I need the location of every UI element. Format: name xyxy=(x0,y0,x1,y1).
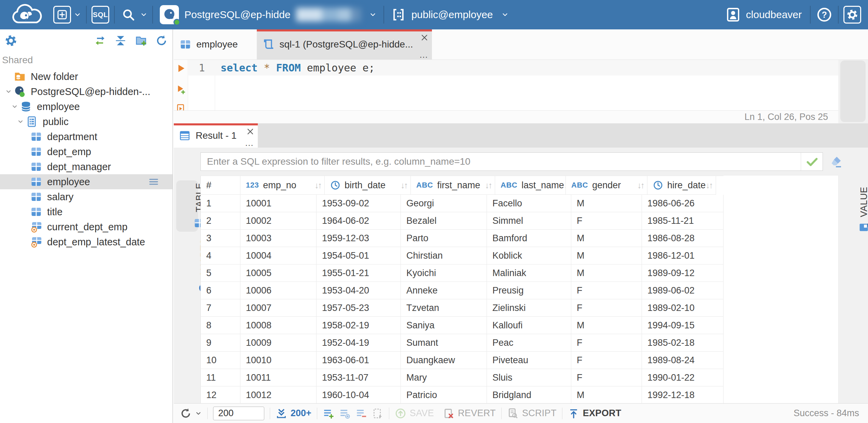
tree-item[interactable]: employee xyxy=(0,99,172,114)
tree-item[interactable]: title xyxy=(0,204,172,219)
cell-gender[interactable]: M xyxy=(571,230,642,247)
schema-selector[interactable]: public@employee xyxy=(389,7,511,22)
execute-query-button[interactable] xyxy=(176,63,186,73)
tab-table-view[interactable]: TABLE xyxy=(176,180,198,232)
cell-first-name[interactable]: Chirstian xyxy=(401,247,487,264)
sort-icon[interactable]: ↓↑ xyxy=(401,180,407,190)
cell-last-name[interactable]: Simmel xyxy=(487,212,571,230)
row-number-cell[interactable]: 6 xyxy=(201,282,240,299)
cell-birth-date[interactable]: 1953-04-20 xyxy=(317,282,401,299)
refresh-results-button[interactable] xyxy=(180,408,202,419)
cell-birth-date[interactable]: 1955-01-21 xyxy=(317,264,401,282)
cell-hire-date[interactable]: 1989-08-24 xyxy=(642,352,724,369)
row-number-cell[interactable]: 8 xyxy=(201,317,240,334)
sql-editor-button[interactable]: SQL xyxy=(92,6,109,24)
row-number-header[interactable]: # xyxy=(201,176,240,195)
cell-gender[interactable]: F xyxy=(571,334,642,352)
apply-filter-button[interactable] xyxy=(801,153,823,170)
row-number-cell[interactable]: 12 xyxy=(201,386,240,403)
tab-result-1[interactable]: Result - 1 … xyxy=(174,123,258,148)
collapse-all-button[interactable] xyxy=(114,35,127,47)
search-chevron-icon[interactable] xyxy=(140,11,148,18)
cell-gender[interactable]: M xyxy=(571,247,642,264)
cell-last-name[interactable]: Kalloufi xyxy=(487,317,571,334)
row-number-cell[interactable]: 1 xyxy=(201,195,240,212)
cell-first-name[interactable]: Saniya xyxy=(401,317,487,334)
chevron-down-icon[interactable] xyxy=(3,73,14,80)
cell-gender[interactable]: M xyxy=(571,264,642,282)
tree-item[interactable]: employee xyxy=(0,174,172,189)
search-button[interactable] xyxy=(120,6,137,24)
tree-item[interactable]: current_dept_emp xyxy=(0,219,172,234)
cell-first-name[interactable]: Patricio xyxy=(401,386,487,403)
tree-item[interactable]: public xyxy=(0,114,172,129)
cell-last-name[interactable]: Bridgland xyxy=(487,386,571,403)
cell-emp-no[interactable]: 10003 xyxy=(240,230,317,247)
cell-hire-date[interactable]: 1986-08-28 xyxy=(642,230,724,247)
sort-icon[interactable]: ↓↑ xyxy=(706,180,712,190)
close-icon[interactable] xyxy=(246,127,254,136)
cell-last-name[interactable]: Sluis xyxy=(487,369,571,386)
cell-birth-date[interactable]: 1958-02-19 xyxy=(317,317,401,334)
cell-emp-no[interactable]: 10002 xyxy=(240,212,317,230)
row-number-cell[interactable]: 4 xyxy=(201,247,240,264)
chevron-down-icon[interactable] xyxy=(20,208,30,215)
filter-input[interactable] xyxy=(201,153,801,170)
refresh-tree-button[interactable] xyxy=(155,35,168,47)
cell-emp-no[interactable]: 10012 xyxy=(240,386,317,403)
tab-sql-editor[interactable]: sql-1 (PostgreSQL@ep-hidde... … xyxy=(257,29,432,59)
script-button[interactable]: SCRIPT xyxy=(507,408,557,419)
new-folder-button[interactable] xyxy=(135,35,147,47)
cell-first-name[interactable]: Kyoichi xyxy=(401,264,487,282)
cell-birth-date[interactable]: 1953-09-02 xyxy=(317,195,401,212)
tab-charts-view[interactable]: CHARTS xyxy=(176,234,198,298)
chevron-down-icon[interactable] xyxy=(20,148,30,155)
tab-sql-editor-panel[interactable]: SQL EDITOR xyxy=(840,60,866,122)
tab-overflow-menu[interactable]: … xyxy=(419,51,428,58)
cell-last-name[interactable]: Peac xyxy=(487,334,571,352)
help-button[interactable] xyxy=(815,6,833,24)
cell-hire-date[interactable]: 1986-06-26 xyxy=(642,195,724,212)
cell-birth-date[interactable]: 1957-05-23 xyxy=(317,299,401,317)
cell-emp-no[interactable]: 10008 xyxy=(240,317,317,334)
tree-item[interactable]: department xyxy=(0,129,172,144)
fetch-more-button[interactable]: 200+ xyxy=(276,408,311,419)
cell-hire-date[interactable]: 1989-09-12 xyxy=(642,264,724,282)
cell-last-name[interactable]: Zielinski xyxy=(487,299,571,317)
row-limit-input[interactable] xyxy=(213,407,264,420)
cell-hire-date[interactable]: 1985-11-21 xyxy=(642,212,724,230)
result-tab-overflow-menu[interactable]: … xyxy=(245,139,254,146)
cell-hire-date[interactable]: 1986-12-01 xyxy=(642,247,724,264)
column-header[interactable]: hire_date ↓↑ xyxy=(647,176,716,195)
settings-button[interactable] xyxy=(843,6,861,24)
cell-last-name[interactable]: Piveteau xyxy=(487,352,571,369)
tab-grouping-panel[interactable]: GROUPING xyxy=(841,237,866,309)
cell-hire-date[interactable]: 1990-01-22 xyxy=(642,369,724,386)
cell-first-name[interactable]: Duangkaew xyxy=(401,352,487,369)
chevron-down-icon[interactable] xyxy=(20,193,30,200)
cell-gender[interactable]: M xyxy=(571,386,642,403)
column-header[interactable]: 123 emp_no ↓↑ xyxy=(240,176,325,195)
cell-gender[interactable]: F xyxy=(571,299,642,317)
sort-icon[interactable]: ↓↑ xyxy=(485,180,491,190)
cell-hire-date[interactable]: 1985-02-18 xyxy=(642,334,724,352)
cell-emp-no[interactable]: 10004 xyxy=(240,247,317,264)
cell-first-name[interactable]: Sumant xyxy=(401,334,487,352)
column-header[interactable]: ABC last_name ↓↑ xyxy=(495,176,566,195)
sort-icon[interactable]: ↓↑ xyxy=(637,180,644,190)
tree-item[interactable]: salary xyxy=(0,189,172,204)
add-row-button[interactable] xyxy=(323,408,334,419)
row-number-cell[interactable]: 2 xyxy=(201,212,240,230)
cell-last-name[interactable]: Maliniak xyxy=(487,264,571,282)
cell-emp-no[interactable]: 10006 xyxy=(240,282,317,299)
cell-emp-no[interactable]: 10010 xyxy=(240,352,317,369)
row-number-cell[interactable]: 11 xyxy=(201,369,240,386)
chevron-down-icon[interactable] xyxy=(20,223,30,230)
cell-emp-no[interactable]: 10009 xyxy=(240,334,317,352)
tree-item[interactable]: dept_emp_latest_date xyxy=(0,234,172,249)
sidebar-settings-button[interactable] xyxy=(5,35,17,47)
cell-gender[interactable]: F xyxy=(571,352,642,369)
cell-birth-date[interactable]: 1953-11-07 xyxy=(317,369,401,386)
close-icon[interactable] xyxy=(420,33,429,42)
save-button[interactable]: SAVE xyxy=(395,408,434,419)
